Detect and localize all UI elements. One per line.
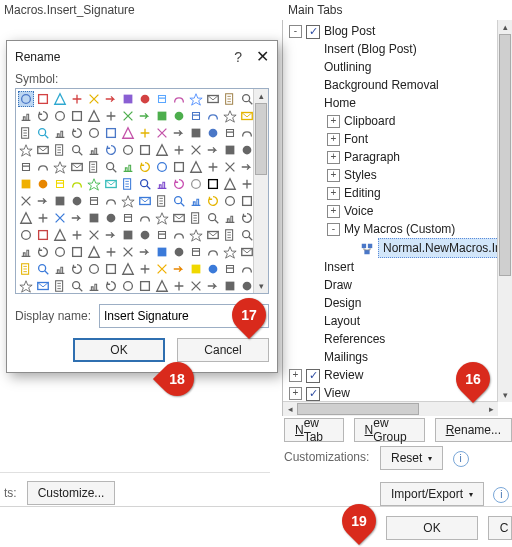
symbol-option[interactable] <box>154 176 170 192</box>
symbol-option[interactable] <box>120 193 136 209</box>
symbol-option[interactable] <box>171 244 187 260</box>
symbol-option[interactable] <box>137 142 153 158</box>
symbol-option[interactable] <box>86 227 102 243</box>
tree-item[interactable]: Insert <box>287 258 508 276</box>
options-cancel-button[interactable]: C <box>488 516 512 540</box>
symbol-option[interactable] <box>120 278 136 294</box>
symbol-option[interactable] <box>171 261 187 277</box>
symbol-option[interactable] <box>103 142 119 158</box>
symbol-option[interactable] <box>86 108 102 124</box>
symbol-option[interactable] <box>69 193 85 209</box>
options-ok-button[interactable]: OK <box>386 516 478 540</box>
symbol-option[interactable] <box>103 261 119 277</box>
symbol-option[interactable] <box>188 91 204 107</box>
symbol-option[interactable] <box>171 278 187 294</box>
symbol-option[interactable] <box>154 159 170 175</box>
symbol-option[interactable] <box>69 227 85 243</box>
symbol-option[interactable] <box>52 125 68 141</box>
symbol-option[interactable] <box>137 244 153 260</box>
symbol-option[interactable] <box>86 91 102 107</box>
symbol-option[interactable] <box>35 210 51 226</box>
symbol-option[interactable] <box>18 176 34 192</box>
scroll-up-arrow[interactable]: ▴ <box>498 20 512 34</box>
symbol-option[interactable] <box>18 278 34 294</box>
symbol-option[interactable] <box>205 278 221 294</box>
symbol-option[interactable] <box>69 210 85 226</box>
symbol-option[interactable] <box>188 244 204 260</box>
tree-item[interactable]: +View <box>287 384 508 402</box>
scroll-right-arrow[interactable]: ▸ <box>484 402 498 416</box>
symbol-option[interactable] <box>69 278 85 294</box>
symbol-option[interactable] <box>137 108 153 124</box>
new-tab-button[interactable]: New Tab <box>284 418 344 442</box>
expand-icon[interactable]: + <box>327 205 340 218</box>
symbol-option[interactable] <box>171 91 187 107</box>
symbol-option[interactable] <box>154 278 170 294</box>
symbol-option[interactable] <box>205 193 221 209</box>
dialog-ok-button[interactable]: OK <box>73 338 165 362</box>
tree-item[interactable]: +Review <box>287 366 508 384</box>
symbol-option[interactable] <box>222 227 238 243</box>
scroll-thumb[interactable] <box>255 103 267 175</box>
symbol-option[interactable] <box>222 261 238 277</box>
symbol-option[interactable] <box>120 176 136 192</box>
scroll-up-arrow[interactable]: ▴ <box>254 89 268 103</box>
symbol-option[interactable] <box>18 227 34 243</box>
tree-item[interactable]: Insert (Blog Post) <box>287 40 508 58</box>
symbol-option[interactable] <box>69 244 85 260</box>
symbol-grid-scrollbar[interactable]: ▴ ▾ <box>253 89 268 293</box>
symbol-option[interactable] <box>35 176 51 192</box>
ribbon-tree-vertical-scrollbar[interactable]: ▴ ▾ <box>497 20 512 402</box>
symbol-option[interactable] <box>171 193 187 209</box>
symbol-option[interactable] <box>188 193 204 209</box>
symbol-option[interactable] <box>69 125 85 141</box>
symbol-option[interactable] <box>52 278 68 294</box>
symbol-option[interactable] <box>69 159 85 175</box>
symbol-option[interactable] <box>86 278 102 294</box>
symbol-option[interactable] <box>222 159 238 175</box>
symbol-option[interactable] <box>205 210 221 226</box>
symbol-option[interactable] <box>120 91 136 107</box>
symbol-option[interactable] <box>120 108 136 124</box>
ribbon-tree-horizontal-scrollbar[interactable]: ◂ ▸ <box>283 401 498 416</box>
symbol-option[interactable] <box>52 108 68 124</box>
tree-item[interactable]: Layout <box>287 312 508 330</box>
symbol-option[interactable] <box>52 176 68 192</box>
symbol-option[interactable] <box>188 278 204 294</box>
expand-icon[interactable]: + <box>289 387 302 400</box>
symbol-option[interactable] <box>103 278 119 294</box>
tree-item[interactable]: Outlining <box>287 58 508 76</box>
expand-icon[interactable]: + <box>327 169 340 182</box>
tree-item[interactable]: Background Removal <box>287 76 508 94</box>
symbol-option[interactable] <box>137 159 153 175</box>
symbol-option[interactable] <box>103 159 119 175</box>
symbol-option[interactable] <box>69 91 85 107</box>
symbol-option[interactable] <box>171 125 187 141</box>
symbol-option[interactable] <box>188 176 204 192</box>
tree-item[interactable]: +Styles <box>287 166 508 184</box>
tree-item[interactable]: Draw <box>287 276 508 294</box>
symbol-option[interactable] <box>154 244 170 260</box>
symbol-option[interactable] <box>137 176 153 192</box>
scroll-down-arrow[interactable]: ▾ <box>254 279 268 293</box>
tree-item[interactable]: Design <box>287 294 508 312</box>
symbol-option[interactable] <box>86 159 102 175</box>
symbol-option[interactable] <box>86 176 102 192</box>
symbol-option[interactable] <box>222 142 238 158</box>
symbol-option[interactable] <box>69 108 85 124</box>
symbol-option[interactable] <box>222 193 238 209</box>
symbol-option[interactable] <box>171 142 187 158</box>
reset-dropdown-button[interactable]: Reset▾ <box>380 446 443 470</box>
symbol-option[interactable] <box>120 227 136 243</box>
symbol-option[interactable] <box>103 176 119 192</box>
checkbox-icon[interactable] <box>306 25 320 39</box>
symbol-option[interactable] <box>137 227 153 243</box>
symbol-option[interactable] <box>137 193 153 209</box>
symbol-option[interactable] <box>171 227 187 243</box>
symbol-option[interactable] <box>154 91 170 107</box>
symbol-option[interactable] <box>205 261 221 277</box>
display-name-input[interactable] <box>99 304 269 328</box>
tree-item[interactable]: References <box>287 330 508 348</box>
symbol-option[interactable] <box>137 91 153 107</box>
symbol-option[interactable] <box>222 176 238 192</box>
